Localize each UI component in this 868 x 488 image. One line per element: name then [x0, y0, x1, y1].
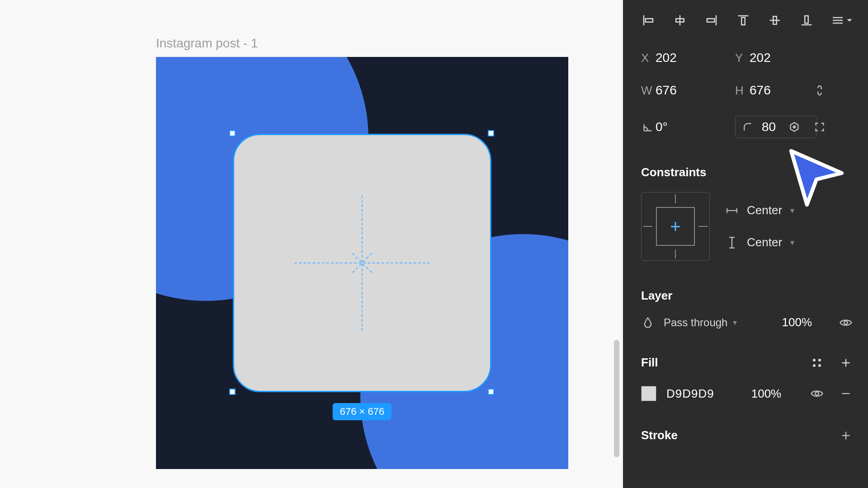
- corner-smoothing-icon[interactable]: [788, 120, 801, 134]
- add-fill-button[interactable]: [839, 356, 853, 370]
- svg-point-16: [793, 126, 796, 128]
- alignment-toolbar: [641, 12, 853, 29]
- corner-radius-input[interactable]: 80: [762, 120, 776, 134]
- y-input[interactable]: 202: [750, 51, 804, 65]
- fill-row: D9D9D9 100%: [641, 386, 853, 401]
- resize-handle-bottom-left[interactable]: [229, 389, 236, 395]
- resize-handle-bottom-right[interactable]: [488, 389, 494, 395]
- resize-handle-top-right[interactable]: [488, 130, 494, 136]
- stroke-title: Stroke: [641, 428, 678, 442]
- add-stroke-button[interactable]: [839, 429, 853, 442]
- blend-mode-select[interactable]: Pass through ▾: [664, 316, 773, 329]
- w-input[interactable]: 676: [656, 83, 710, 98]
- chevron-down-icon: ▾: [790, 238, 794, 248]
- canvas-area[interactable]: Instagram post - 1 676 × 676: [0, 0, 623, 488]
- rotation-input[interactable]: 0°: [656, 120, 710, 134]
- align-more-button[interactable]: [831, 15, 853, 25]
- svg-point-26: [813, 364, 816, 367]
- layer-title: Layer: [641, 289, 853, 303]
- frame-label[interactable]: Instagram post - 1: [156, 36, 258, 51]
- constraint-center-button[interactable]: +: [656, 207, 695, 246]
- align-bottom-icon[interactable]: [799, 12, 814, 29]
- center-crosshair: [294, 195, 430, 331]
- h-label: H: [735, 84, 750, 98]
- align-right-icon[interactable]: [704, 12, 719, 29]
- fill-title: Fill: [641, 356, 658, 370]
- independent-corners-icon[interactable]: [813, 120, 826, 134]
- h-input[interactable]: 676: [750, 83, 804, 98]
- remove-fill-button[interactable]: [839, 387, 853, 400]
- styles-icon[interactable]: [810, 356, 824, 370]
- chevron-down-icon: ▾: [790, 206, 794, 216]
- horizontal-constraint-select[interactable]: Center ▾: [725, 203, 794, 217]
- droplet-icon: [641, 316, 655, 329]
- layer-opacity-input[interactable]: 100%: [782, 315, 812, 329]
- x-label: X: [641, 51, 656, 65]
- corner-radius-icon: [741, 120, 755, 134]
- y-label: Y: [735, 51, 750, 65]
- svg-rect-5: [707, 19, 714, 22]
- align-vertical-center-icon[interactable]: [768, 12, 782, 29]
- vertical-constraint-value: Center: [747, 235, 782, 249]
- eye-icon[interactable]: [839, 316, 853, 329]
- artboard-frame[interactable]: 676 × 676: [156, 57, 568, 469]
- constraints-widget[interactable]: +: [641, 192, 710, 261]
- constraints-title: Constraints: [641, 165, 853, 179]
- horizontal-constraint-value: Center: [747, 203, 782, 217]
- fill-opacity-input[interactable]: 100%: [751, 387, 782, 401]
- svg-point-25: [818, 359, 821, 361]
- link-aspect-icon[interactable]: [813, 84, 826, 97]
- w-label: W: [641, 84, 656, 98]
- chevron-down-icon: ▾: [733, 318, 737, 328]
- svg-rect-7: [741, 18, 745, 25]
- angle-icon: [641, 120, 655, 134]
- selected-rectangle[interactable]: [233, 134, 491, 392]
- svg-rect-1: [646, 19, 653, 22]
- svg-rect-11: [805, 16, 808, 23]
- fill-swatch[interactable]: [641, 386, 656, 401]
- fill-hex-input[interactable]: D9D9D9: [666, 387, 714, 401]
- svg-point-23: [844, 321, 848, 324]
- svg-point-30: [815, 392, 819, 395]
- align-horizontal-center-icon[interactable]: [673, 12, 687, 29]
- blend-mode-value: Pass through: [664, 316, 727, 329]
- vertical-constraint-select[interactable]: Center ▾: [725, 235, 794, 249]
- vertical-constraint-icon: [725, 236, 739, 249]
- eye-icon[interactable]: [810, 387, 824, 400]
- selection-size-badge: 676 × 676: [333, 403, 392, 420]
- horizontal-constraint-icon: [725, 204, 739, 217]
- properties-panel: X 202 Y 202 W 676 H 676 0° 80: [623, 0, 868, 488]
- align-top-icon[interactable]: [736, 12, 750, 29]
- x-input[interactable]: 202: [656, 51, 710, 65]
- svg-point-27: [818, 364, 821, 367]
- align-left-icon[interactable]: [641, 12, 656, 29]
- plus-icon: +: [670, 216, 680, 237]
- svg-point-24: [813, 359, 816, 361]
- canvas-scrollbar-thumb[interactable]: [614, 340, 619, 457]
- resize-handle-top-left[interactable]: [229, 130, 236, 136]
